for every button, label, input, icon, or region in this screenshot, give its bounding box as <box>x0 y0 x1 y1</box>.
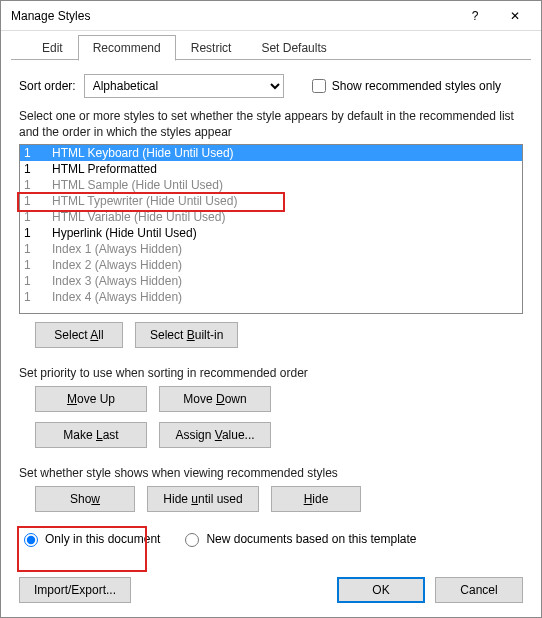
new-documents-label: New documents based on this template <box>206 532 416 546</box>
scope-radio-row: Only in this document New documents base… <box>19 530 523 547</box>
cancel-button[interactable]: Cancel <box>435 577 523 603</box>
only-this-document-label: Only in this document <box>45 532 160 546</box>
priority-buttons-row-2: Make Last Assign Value... <box>35 422 523 448</box>
select-all-button[interactable]: Select All <box>35 322 123 348</box>
list-item[interactable]: 1 Index 3 (Always Hidden) <box>20 273 522 289</box>
tab-body: Sort order: Alphabetical Show recommende… <box>11 60 531 563</box>
sort-row: Sort order: Alphabetical Show recommende… <box>19 74 523 98</box>
window-title: Manage Styles <box>11 9 455 23</box>
list-item[interactable]: 1 Index 4 (Always Hidden) <box>20 289 522 305</box>
tab-strip: Edit Recommend Restrict Set Defaults <box>11 35 531 60</box>
visibility-buttons-row: Show Hide until used Hide <box>35 486 523 512</box>
move-down-button[interactable]: Move Down <box>159 386 271 412</box>
list-item[interactable]: 1 Hyperlink (Hide Until Used) <box>20 225 522 241</box>
styles-listbox[interactable]: 1 HTML Keyboard (Hide Until Used) 1 HTML… <box>19 144 523 314</box>
tab-recommend[interactable]: Recommend <box>78 35 176 61</box>
list-item[interactable]: 1 HTML Variable (Hide Until Used) <box>20 209 522 225</box>
select-built-in-button[interactable]: Select Built-in <box>135 322 238 348</box>
show-recommended-only-wrap[interactable]: Show recommended styles only <box>308 76 501 96</box>
select-buttons-row: Select All Select Built-in <box>35 322 523 348</box>
help-icon: ? <box>472 9 479 23</box>
list-instruction: Select one or more styles to set whether… <box>19 108 523 140</box>
new-documents-radio[interactable] <box>185 533 199 547</box>
hide-until-used-button[interactable]: Hide until used <box>147 486 259 512</box>
assign-value-button[interactable]: Assign Value... <box>159 422 271 448</box>
only-this-document-radio[interactable] <box>24 533 38 547</box>
list-item[interactable]: 1 HTML Keyboard (Hide Until Used) <box>20 145 522 161</box>
show-recommended-only-label: Show recommended styles only <box>332 79 501 93</box>
priority-section-label: Set priority to use when sorting in reco… <box>19 366 523 380</box>
help-button[interactable]: ? <box>455 2 495 30</box>
titlebar: Manage Styles ? ✕ <box>1 1 541 31</box>
import-export-button[interactable]: Import/Export... <box>19 577 131 603</box>
manage-styles-dialog: Manage Styles ? ✕ Edit Recommend Restric… <box>0 0 542 618</box>
list-item[interactable]: 1 HTML Typewriter (Hide Until Used) <box>20 193 522 209</box>
priority-buttons-row-1: Move Up Move Down <box>35 386 523 412</box>
hide-button[interactable]: Hide <box>271 486 361 512</box>
close-icon: ✕ <box>510 9 520 23</box>
only-this-document-radio-wrap[interactable]: Only in this document <box>19 530 160 547</box>
content-area: Edit Recommend Restrict Set Defaults Sor… <box>1 31 541 563</box>
list-item[interactable]: 1 HTML Preformatted <box>20 161 522 177</box>
tab-set-defaults[interactable]: Set Defaults <box>246 35 341 60</box>
show-recommended-only-checkbox[interactable] <box>312 79 326 93</box>
move-up-button[interactable]: Move Up <box>35 386 147 412</box>
new-documents-radio-wrap[interactable]: New documents based on this template <box>180 530 416 547</box>
list-item[interactable]: 1 Index 1 (Always Hidden) <box>20 241 522 257</box>
sort-order-label: Sort order: <box>19 79 76 93</box>
tab-edit[interactable]: Edit <box>27 35 78 60</box>
ok-button[interactable]: OK <box>337 577 425 603</box>
list-item[interactable]: 1 Index 2 (Always Hidden) <box>20 257 522 273</box>
show-button[interactable]: Show <box>35 486 135 512</box>
list-item[interactable]: 1 HTML Sample (Hide Until Used) <box>20 177 522 193</box>
sort-order-select[interactable]: Alphabetical <box>84 74 284 98</box>
visibility-section-label: Set whether style shows when viewing rec… <box>19 466 523 480</box>
close-button[interactable]: ✕ <box>495 2 535 30</box>
make-last-button[interactable]: Make Last <box>35 422 147 448</box>
tab-restrict[interactable]: Restrict <box>176 35 247 60</box>
bottom-bar: Import/Export... OK Cancel <box>1 563 541 617</box>
